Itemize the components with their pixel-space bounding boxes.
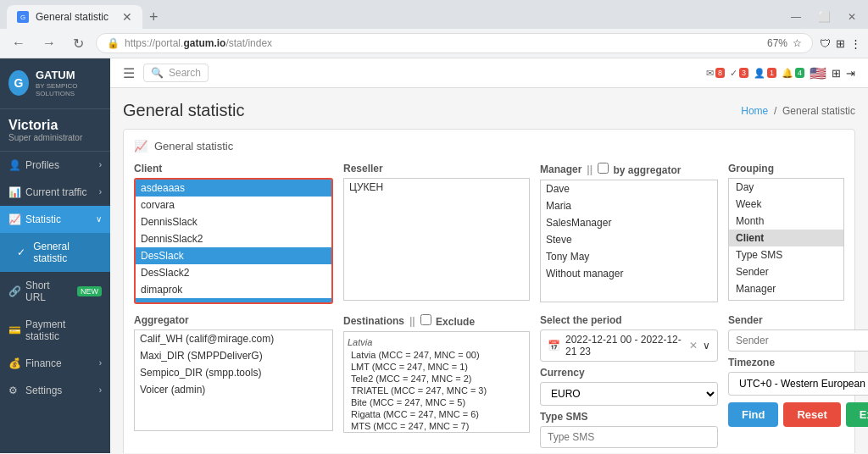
aggregator-voicer[interactable]: Voicer (admin) bbox=[135, 381, 332, 398]
aggregator-multiselect[interactable]: Calif_WH (calif@mirage.com) Maxi_DIR (SM… bbox=[134, 329, 333, 431]
period-clear-button[interactable]: ✕ bbox=[689, 340, 698, 352]
signout-icon[interactable]: ⇥ bbox=[846, 67, 855, 80]
manager-salesmanager[interactable]: SalesManager bbox=[541, 214, 717, 231]
logo-text: GATUM BY SEMPICO SOLUTIONS bbox=[36, 69, 102, 98]
reset-button[interactable]: Reset bbox=[783, 402, 840, 427]
close-window-button[interactable]: ✕ bbox=[843, 9, 861, 25]
manager-without[interactable]: Without manager bbox=[541, 265, 717, 282]
menu-icon[interactable]: ⋮ bbox=[850, 37, 861, 50]
dest-latvia-00[interactable]: Latvia (MCC = 247, MNC = 00) bbox=[348, 349, 526, 361]
manager-maria[interactable]: Maria bbox=[541, 197, 717, 214]
reload-button[interactable]: ↻ bbox=[68, 34, 89, 53]
manager-steve[interactable]: Steve bbox=[541, 231, 717, 248]
maximize-button[interactable]: ⬜ bbox=[813, 9, 836, 25]
client-item-corvara[interactable]: corvara bbox=[136, 197, 331, 213]
sidebar-item-short-url[interactable]: 🔗 Short URL NEW bbox=[0, 272, 110, 311]
dest-lmt[interactable]: LMT (MCC = 247, MNC = 1) bbox=[348, 361, 526, 373]
period-input[interactable]: 📅 2022-12-21 00 - 2022-12-21 23 ✕ ∨ bbox=[540, 329, 718, 362]
grouping-day[interactable]: Day bbox=[729, 179, 843, 196]
sidebar-item-profiles[interactable]: 👤 Profiles › bbox=[0, 152, 110, 179]
messages-icon-badge[interactable]: ✉ 8 bbox=[706, 68, 725, 79]
grouping-list[interactable]: Day Week Month Client Type SMS Sender Ma… bbox=[728, 178, 844, 301]
dest-bite[interactable]: Bite (MCC = 247, MNC = 5) bbox=[348, 396, 526, 408]
period-expand-icon[interactable]: ∨ bbox=[703, 340, 710, 352]
panel-header: 📈 General statistic bbox=[134, 140, 844, 152]
minimize-button[interactable]: — bbox=[786, 9, 806, 25]
grouping-week[interactable]: Week bbox=[729, 196, 843, 213]
aggregator-calif[interactable]: Calif_WH (calif@mirage.com) bbox=[135, 330, 332, 347]
alerts-icon-badge[interactable]: 🔔 4 bbox=[782, 68, 804, 79]
star-icon[interactable]: ☆ bbox=[793, 37, 802, 49]
find-button[interactable]: Find bbox=[728, 402, 778, 427]
tab-close-button[interactable]: ✕ bbox=[122, 10, 132, 24]
sender-input[interactable] bbox=[728, 329, 868, 352]
dest-rigatta[interactable]: Rigatta (MCC = 247, MNC = 6) bbox=[348, 408, 526, 420]
sidebar-label-settings: Settings bbox=[25, 385, 62, 396]
dest-izzi[interactable]: IZZI (MCC = 247, MNC = 8) bbox=[348, 432, 526, 433]
exclude-checkbox-label[interactable]: Exclude bbox=[420, 314, 475, 328]
grouping-client[interactable]: Client bbox=[729, 230, 843, 246]
grouping-sender[interactable]: Sender bbox=[729, 263, 843, 280]
reseller-item-цукен[interactable]: ЦУКЕН bbox=[344, 179, 529, 196]
extensions-icon[interactable]: ⊞ bbox=[836, 37, 845, 50]
export-button[interactable]: Export bbox=[846, 402, 868, 427]
page-header: General statistic Home / General statist… bbox=[123, 101, 855, 120]
arrow-icon: › bbox=[99, 160, 102, 169]
users-icon-badge[interactable]: 👤 1 bbox=[754, 68, 776, 79]
sidebar-item-finance[interactable]: 💰 Finance › bbox=[0, 350, 110, 377]
tasks-icon-badge[interactable]: ✓ 3 bbox=[730, 68, 748, 79]
dest-mts[interactable]: MTS (MCC = 247, MNC = 7) bbox=[348, 420, 526, 432]
aggregator-sempico[interactable]: Sempico_DIR (smpp.tools) bbox=[135, 364, 332, 381]
by-aggregator-checkbox-label[interactable]: by aggregator bbox=[598, 163, 681, 176]
sidebar-item-payment-statistic[interactable]: 💳 Payment statistic bbox=[0, 311, 110, 350]
user-section: Victoria Super administrator bbox=[0, 109, 110, 152]
client-item-dennisslack2[interactable]: DennisSlack2 bbox=[136, 230, 331, 247]
sidebar-item-current-traffic[interactable]: 📊 Current traffic › bbox=[0, 179, 110, 206]
search-box[interactable]: 🔍 Search bbox=[143, 64, 209, 82]
destinations-list[interactable]: Latvia Latvia (MCC = 247, MNC = 00) LMT … bbox=[343, 331, 530, 433]
client-multiselect[interactable]: asdeaaas corvara DennisSlack DennisSlack… bbox=[136, 180, 331, 302]
client-item-desslack[interactable]: DesSlack bbox=[136, 247, 331, 264]
breadcrumb-home[interactable]: Home bbox=[741, 105, 768, 117]
timezone-select[interactable]: UTC+0 - Western European Time (Dublin, E… bbox=[728, 372, 868, 396]
statistic-icon: 📈 bbox=[8, 213, 20, 225]
sidebar-item-settings[interactable]: ⚙ Settings › bbox=[0, 377, 110, 404]
dest-triatel[interactable]: TRIATEL (MCC = 247, MNC = 3) bbox=[348, 385, 526, 396]
exclude-checkbox[interactable] bbox=[420, 314, 431, 325]
grouping-country[interactable]: Country bbox=[729, 297, 843, 301]
manager-dave[interactable]: Dave bbox=[541, 180, 717, 197]
reseller-filter: Reseller ЦУКЕН bbox=[343, 163, 530, 304]
grid-icon[interactable]: ⊞ bbox=[832, 67, 841, 80]
breadcrumb: Home / General statistic bbox=[741, 105, 855, 117]
active-tab[interactable]: G General statistic ✕ bbox=[7, 5, 142, 29]
sidebar: G GATUM BY SEMPICO SOLUTIONS Victoria Su… bbox=[0, 58, 110, 453]
client-item-dennisslack[interactable]: DennisSlack bbox=[136, 213, 331, 230]
currency-select[interactable]: EURO bbox=[540, 382, 718, 406]
sidebar-logo: G GATUM BY SEMPICO SOLUTIONS bbox=[0, 58, 110, 109]
sidebar-item-general-statistic[interactable]: ✓ General statistic bbox=[0, 233, 110, 272]
sidebar-item-statistic[interactable]: 📈 Statistic ∨ bbox=[0, 206, 110, 233]
aggregator-maxi[interactable]: Maxi_DIR (SMPPDeliverG) bbox=[135, 347, 332, 364]
new-tab-button[interactable]: + bbox=[142, 8, 165, 26]
type-sms-input[interactable] bbox=[540, 426, 718, 448]
forward-button[interactable]: → bbox=[37, 34, 61, 53]
grouping-manager[interactable]: Manager bbox=[729, 280, 843, 297]
tab-bar: G General statistic ✕ + — ⬜ ✕ bbox=[0, 0, 868, 29]
client-item-dimaprok[interactable]: dimaprok bbox=[136, 281, 331, 298]
url-box[interactable]: 🔒 https://portal.gatum.io/stat/index 67%… bbox=[96, 33, 813, 53]
manager-multiselect[interactable]: Dave Maria SalesManager Steve Tony May W… bbox=[540, 180, 718, 302]
client-item-asdeaaas[interactable]: asdeaaas bbox=[136, 180, 331, 197]
hamburger-icon[interactable]: ☰ bbox=[123, 65, 135, 81]
manager-tony-may[interactable]: Tony May bbox=[541, 248, 717, 265]
grouping-type-sms[interactable]: Type SMS bbox=[729, 246, 843, 263]
profiles-icon: 👤 bbox=[8, 159, 20, 171]
reseller-multiselect[interactable]: ЦУКЕН bbox=[343, 178, 530, 301]
client-item-info-james[interactable]: Info@james.uk bbox=[136, 298, 331, 302]
client-item-desslack2[interactable]: DesSlack2 bbox=[136, 264, 331, 281]
dest-tele2[interactable]: Tele2 (MCC = 247, MNC = 2) bbox=[348, 373, 526, 385]
back-button[interactable]: ← bbox=[7, 34, 31, 53]
grouping-month[interactable]: Month bbox=[729, 213, 843, 230]
by-aggregator-checkbox[interactable] bbox=[598, 163, 609, 174]
flag-icon[interactable]: 🇺🇸 bbox=[810, 65, 826, 81]
sidebar-label-statistic: Statistic bbox=[25, 213, 61, 225]
